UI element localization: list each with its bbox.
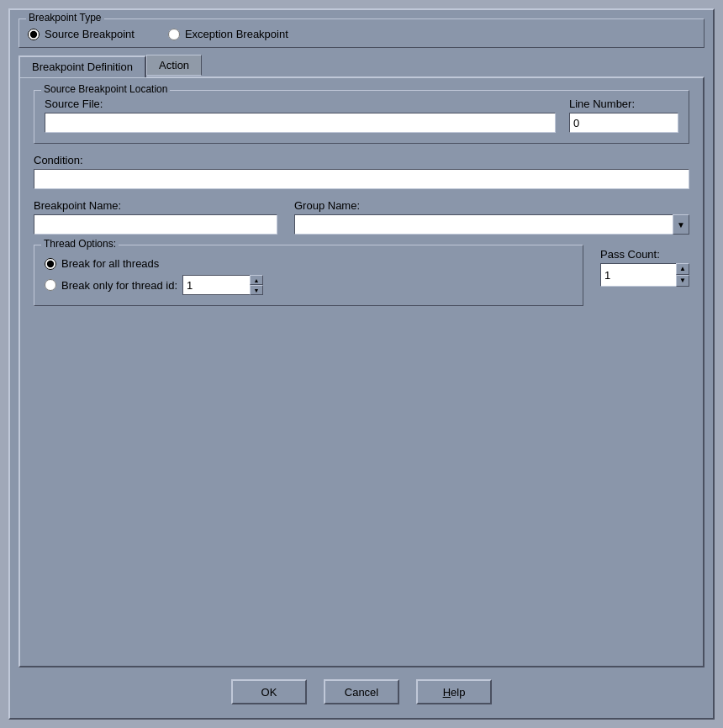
pass-count-section: Pass Count: ▲ ▼	[600, 245, 689, 287]
thread-pass-row: Thread Options: Break for all threads Br…	[34, 245, 689, 306]
thread-id-option: Break only for thread id: ▲ ▼	[45, 275, 573, 295]
pass-count-decrement-btn[interactable]: ▼	[676, 275, 689, 287]
pass-count-spinner-buttons: ▲ ▼	[676, 263, 689, 287]
help-button[interactable]: Help	[416, 679, 492, 704]
exception-breakpoint-label: Exception Breakpoint	[185, 28, 288, 40]
tab-breakpoint-definition[interactable]: Breakpoint Definition	[18, 55, 146, 77]
thread-id-spinner-wrapper: ▲ ▼	[182, 275, 263, 295]
tab-content-definition: Source Breakpoint Location Source File: …	[18, 76, 705, 667]
line-number-input[interactable]	[569, 113, 678, 133]
group-name-dropdown-wrapper: ▼	[294, 214, 689, 235]
breakpoint-type-options: Source Breakpoint Exception Breakpoint	[28, 28, 695, 40]
source-location-row: Source File: Line Number:	[45, 98, 678, 133]
thread-id-radio[interactable]	[45, 279, 56, 291]
pass-count-spinner-wrapper: ▲ ▼	[600, 263, 689, 287]
source-breakpoint-radio[interactable]	[28, 29, 40, 40]
name-row: Breakpoint Name: Group Name: ▼	[34, 199, 689, 235]
line-number-col: Line Number:	[569, 98, 678, 133]
condition-label: Condition:	[34, 154, 689, 166]
line-number-label: Line Number:	[569, 98, 678, 110]
source-location-label: Source Breakpoint Location	[41, 83, 170, 95]
source-breakpoint-option[interactable]: Source Breakpoint	[28, 28, 135, 40]
thread-id-spinner-buttons: ▲ ▼	[250, 275, 263, 295]
condition-section: Condition:	[34, 154, 689, 189]
breakpoint-type-label: Breakpoint Type	[26, 12, 104, 24]
ok-button[interactable]: OK	[231, 679, 307, 704]
tabs-row: Breakpoint Definition Action	[18, 55, 705, 77]
source-breakpoint-label: Source Breakpoint	[45, 28, 135, 40]
thread-id-label: Break only for thread id:	[61, 279, 177, 292]
breakpoint-type-group: Breakpoint Type Source Breakpoint Except…	[18, 18, 705, 48]
exception-breakpoint-radio[interactable]	[168, 29, 180, 40]
group-name-dropdown-btn[interactable]: ▼	[673, 214, 689, 235]
breakpoint-name-input[interactable]	[34, 214, 277, 235]
all-threads-label: Break for all threads	[61, 257, 159, 270]
group-name-col: Group Name: ▼	[294, 199, 689, 235]
source-file-col: Source File:	[45, 98, 556, 133]
source-file-input[interactable]	[45, 113, 556, 133]
thread-options-group: Thread Options: Break for all threads Br…	[34, 245, 583, 306]
tab-action[interactable]: Action	[146, 55, 202, 76]
group-name-input[interactable]	[294, 214, 673, 235]
button-row: OK Cancel Help	[18, 674, 705, 710]
condition-input[interactable]	[34, 169, 689, 189]
pass-count-increment-btn[interactable]: ▲	[676, 263, 689, 275]
thread-id-increment-btn[interactable]: ▲	[250, 275, 263, 285]
source-file-label: Source File:	[45, 98, 556, 110]
group-name-label: Group Name:	[294, 199, 689, 212]
exception-breakpoint-option[interactable]: Exception Breakpoint	[168, 28, 288, 40]
breakpoint-dialog: Breakpoint Type Source Breakpoint Except…	[8, 8, 715, 720]
thread-options-label: Thread Options:	[41, 238, 119, 250]
pass-count-input[interactable]	[600, 263, 676, 287]
thread-all-option[interactable]: Break for all threads	[45, 257, 573, 270]
thread-id-decrement-btn[interactable]: ▼	[250, 285, 263, 295]
pass-count-label: Pass Count:	[600, 248, 660, 261]
all-threads-radio[interactable]	[45, 258, 56, 270]
thread-id-input[interactable]	[182, 275, 250, 295]
breakpoint-name-col: Breakpoint Name:	[34, 199, 277, 235]
source-location-group: Source Breakpoint Location Source File: …	[34, 90, 689, 144]
cancel-button[interactable]: Cancel	[324, 679, 399, 704]
breakpoint-name-label: Breakpoint Name:	[34, 199, 277, 212]
help-underline-char: H	[443, 686, 451, 699]
